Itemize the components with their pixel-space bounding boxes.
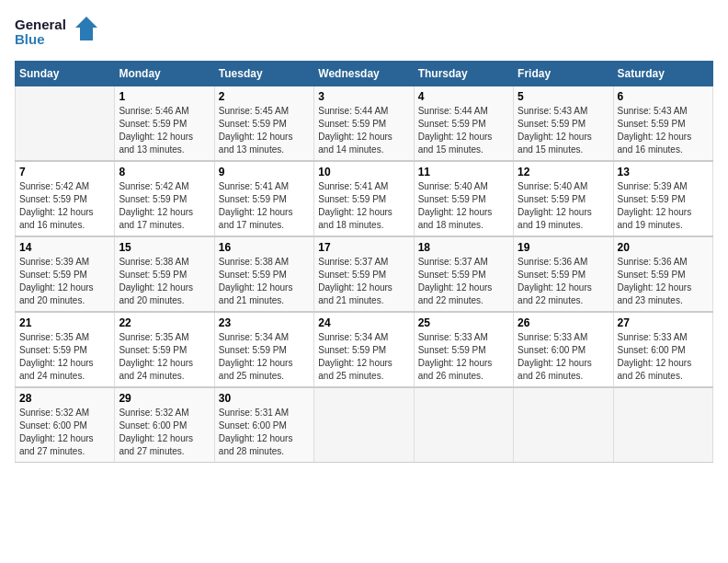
weekday-header-cell: Monday <box>115 62 214 86</box>
day-detail: Sunrise: 5:33 AMSunset: 6:00 PMDaylight:… <box>618 331 709 383</box>
day-detail: Sunrise: 5:46 AMSunset: 5:59 PMDaylight:… <box>119 105 210 156</box>
logo: GeneralBlue <box>15 15 107 52</box>
calendar-week-row: 7Sunrise: 5:42 AMSunset: 5:59 PMDaylight… <box>16 161 713 236</box>
weekday-header-row: SundayMondayTuesdayWednesdayThursdayFrid… <box>16 62 713 86</box>
calendar-day-cell <box>613 387 712 463</box>
day-number: 8 <box>119 166 210 178</box>
calendar-day-cell: 23Sunrise: 5:34 AMSunset: 5:59 PMDayligh… <box>214 312 313 387</box>
day-number: 19 <box>518 241 609 254</box>
day-number: 25 <box>418 316 509 329</box>
calendar-day-cell: 15Sunrise: 5:38 AMSunset: 5:59 PMDayligh… <box>115 236 214 312</box>
day-detail: Sunrise: 5:36 AMSunset: 5:59 PMDaylight:… <box>518 256 609 307</box>
day-number: 21 <box>19 316 110 329</box>
day-detail: Sunrise: 5:38 AMSunset: 5:59 PMDaylight:… <box>119 256 210 307</box>
calendar-day-cell: 1Sunrise: 5:46 AMSunset: 5:59 PMDaylight… <box>115 86 214 162</box>
calendar-week-row: 1Sunrise: 5:46 AMSunset: 5:59 PMDaylight… <box>16 86 713 162</box>
day-number: 4 <box>418 90 509 103</box>
calendar-day-cell: 25Sunrise: 5:33 AMSunset: 5:59 PMDayligh… <box>414 312 513 387</box>
calendar-day-cell: 6Sunrise: 5:43 AMSunset: 5:59 PMDaylight… <box>613 86 712 162</box>
day-detail: Sunrise: 5:43 AMSunset: 5:59 PMDaylight:… <box>518 105 609 156</box>
logo-row: GeneralBlue <box>15 15 107 52</box>
calendar-day-cell: 20Sunrise: 5:36 AMSunset: 5:59 PMDayligh… <box>613 236 712 312</box>
day-detail: Sunrise: 5:36 AMSunset: 5:59 PMDaylight:… <box>618 256 709 307</box>
day-detail: Sunrise: 5:31 AMSunset: 6:00 PMDaylight:… <box>219 407 310 458</box>
calendar-day-cell: 12Sunrise: 5:40 AMSunset: 5:59 PMDayligh… <box>514 161 613 236</box>
day-number: 22 <box>119 316 210 329</box>
calendar-day-cell: 13Sunrise: 5:39 AMSunset: 5:59 PMDayligh… <box>613 161 712 236</box>
day-detail: Sunrise: 5:40 AMSunset: 5:59 PMDaylight:… <box>418 180 509 232</box>
weekday-header-cell: Sunday <box>16 62 115 86</box>
calendar-day-cell: 18Sunrise: 5:37 AMSunset: 5:59 PMDayligh… <box>414 236 513 312</box>
day-number: 20 <box>618 241 709 254</box>
day-detail: Sunrise: 5:39 AMSunset: 5:59 PMDaylight:… <box>19 256 110 307</box>
day-number: 17 <box>318 241 409 254</box>
day-detail: Sunrise: 5:44 AMSunset: 5:59 PMDaylight:… <box>318 105 409 156</box>
calendar-week-row: 14Sunrise: 5:39 AMSunset: 5:59 PMDayligh… <box>16 236 713 312</box>
day-number: 14 <box>19 241 110 254</box>
calendar-day-cell: 16Sunrise: 5:38 AMSunset: 5:59 PMDayligh… <box>214 236 313 312</box>
day-number: 3 <box>318 90 409 103</box>
calendar-day-cell: 21Sunrise: 5:35 AMSunset: 5:59 PMDayligh… <box>16 312 115 387</box>
day-number: 2 <box>219 90 310 103</box>
day-number: 12 <box>518 166 609 178</box>
day-detail: Sunrise: 5:42 AMSunset: 5:59 PMDaylight:… <box>119 180 210 232</box>
day-number: 26 <box>518 316 609 329</box>
calendar-day-cell: 28Sunrise: 5:32 AMSunset: 6:00 PMDayligh… <box>16 387 115 463</box>
day-detail: Sunrise: 5:34 AMSunset: 5:59 PMDaylight:… <box>219 331 310 383</box>
day-detail: Sunrise: 5:32 AMSunset: 6:00 PMDaylight:… <box>119 407 210 458</box>
weekday-header-cell: Thursday <box>414 62 513 86</box>
day-number: 11 <box>418 166 509 178</box>
day-number: 27 <box>618 316 709 329</box>
day-detail: Sunrise: 5:41 AMSunset: 5:59 PMDaylight:… <box>318 180 409 232</box>
calendar-week-row: 28Sunrise: 5:32 AMSunset: 6:00 PMDayligh… <box>16 387 713 463</box>
weekday-header-cell: Wednesday <box>314 62 414 86</box>
calendar-header: SundayMondayTuesdayWednesdayThursdayFrid… <box>16 62 713 86</box>
day-detail: Sunrise: 5:45 AMSunset: 5:59 PMDaylight:… <box>219 105 310 156</box>
day-detail: Sunrise: 5:38 AMSunset: 5:59 PMDaylight:… <box>219 256 310 307</box>
day-number: 13 <box>618 166 709 178</box>
day-number: 5 <box>518 90 609 103</box>
day-number: 7 <box>19 166 110 178</box>
day-detail: Sunrise: 5:40 AMSunset: 5:59 PMDaylight:… <box>518 180 609 232</box>
calendar-day-cell: 24Sunrise: 5:34 AMSunset: 5:59 PMDayligh… <box>314 312 414 387</box>
calendar-day-cell: 29Sunrise: 5:32 AMSunset: 6:00 PMDayligh… <box>115 387 214 463</box>
calendar-day-cell: 4Sunrise: 5:44 AMSunset: 5:59 PMDaylight… <box>414 86 513 162</box>
day-detail: Sunrise: 5:33 AMSunset: 5:59 PMDaylight:… <box>418 331 509 383</box>
day-detail: Sunrise: 5:43 AMSunset: 5:59 PMDaylight:… <box>618 105 709 156</box>
svg-text:General: General <box>15 17 66 32</box>
day-number: 28 <box>19 392 110 405</box>
day-number: 30 <box>219 392 310 405</box>
calendar-day-cell: 11Sunrise: 5:40 AMSunset: 5:59 PMDayligh… <box>414 161 513 236</box>
day-detail: Sunrise: 5:33 AMSunset: 6:00 PMDaylight:… <box>518 331 609 383</box>
day-detail: Sunrise: 5:42 AMSunset: 5:59 PMDaylight:… <box>19 180 110 232</box>
day-number: 9 <box>219 166 310 178</box>
header: GeneralBlue <box>15 15 713 52</box>
general-blue-logo-icon: GeneralBlue <box>15 15 107 52</box>
day-number: 10 <box>318 166 409 178</box>
calendar-day-cell: 3Sunrise: 5:44 AMSunset: 5:59 PMDaylight… <box>314 86 414 162</box>
calendar-day-cell: 27Sunrise: 5:33 AMSunset: 6:00 PMDayligh… <box>613 312 712 387</box>
svg-marker-2 <box>75 17 97 40</box>
day-number: 6 <box>618 90 709 103</box>
weekday-header-cell: Tuesday <box>214 62 313 86</box>
day-detail: Sunrise: 5:37 AMSunset: 5:59 PMDaylight:… <box>418 256 509 307</box>
day-number: 23 <box>219 316 310 329</box>
day-detail: Sunrise: 5:44 AMSunset: 5:59 PMDaylight:… <box>418 105 509 156</box>
day-number: 16 <box>219 241 310 254</box>
calendar-day-cell: 8Sunrise: 5:42 AMSunset: 5:59 PMDaylight… <box>115 161 214 236</box>
day-number: 1 <box>119 90 210 103</box>
calendar-day-cell: 30Sunrise: 5:31 AMSunset: 6:00 PMDayligh… <box>214 387 313 463</box>
calendar-week-row: 21Sunrise: 5:35 AMSunset: 5:59 PMDayligh… <box>16 312 713 387</box>
day-number: 18 <box>418 241 509 254</box>
day-number: 29 <box>119 392 210 405</box>
day-detail: Sunrise: 5:35 AMSunset: 5:59 PMDaylight:… <box>119 331 210 383</box>
weekday-header-cell: Saturday <box>613 62 712 86</box>
day-detail: Sunrise: 5:41 AMSunset: 5:59 PMDaylight:… <box>219 180 310 232</box>
calendar-day-cell <box>414 387 513 463</box>
calendar-table: SundayMondayTuesdayWednesdayThursdayFrid… <box>15 61 713 463</box>
calendar-day-cell: 22Sunrise: 5:35 AMSunset: 5:59 PMDayligh… <box>115 312 214 387</box>
calendar-day-cell: 10Sunrise: 5:41 AMSunset: 5:59 PMDayligh… <box>314 161 414 236</box>
svg-text:Blue: Blue <box>15 31 45 47</box>
day-detail: Sunrise: 5:34 AMSunset: 5:59 PMDaylight:… <box>318 331 409 383</box>
calendar-day-cell: 7Sunrise: 5:42 AMSunset: 5:59 PMDaylight… <box>16 161 115 236</box>
